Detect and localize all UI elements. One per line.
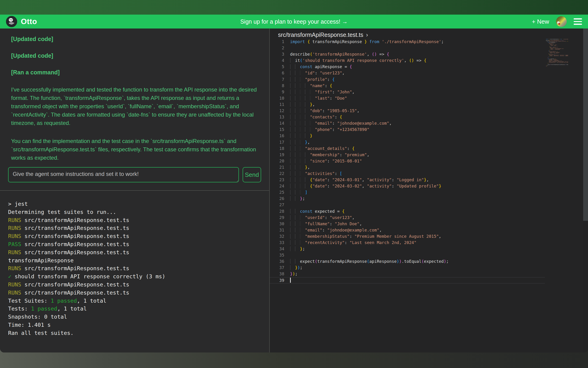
terminal-line: RUNS src/transformApiResponse.test.ts [8,281,269,289]
line-number: 23 [270,177,290,183]
brand: Otto [6,16,37,27]
code-line: 34 }; [270,246,588,252]
line-number: 21 [270,164,290,170]
line-number: 29 [270,214,290,221]
editor-breadcrumb: src/transformApiResponse.test.ts› [270,28,588,38]
line-number: 4 [270,57,290,64]
instruction-input[interactable] [8,167,239,182]
new-button[interactable]: + New [532,18,549,25]
editor-scrollbar[interactable] [583,28,588,352]
line-number: 18 [270,145,290,152]
code-line: 35 [270,252,588,258]
line-number: 22 [270,170,290,177]
chevron-right-icon: › [366,31,368,38]
terminal-line: RUNS src/transformApiResponse.test.ts [8,216,269,224]
code-line: 13 "contacts": { [270,114,588,120]
line-number: 28 [270,208,290,214]
code-line: 3describe('transformApiResponse', () => … [270,51,588,57]
send-button[interactable]: Send [243,167,261,182]
code-line: 19 "membership": "premium", [270,152,588,158]
terminal-line: RUNS src/transformApiResponse.test.ts [8,224,269,232]
line-number: 38 [270,271,290,277]
code-line: 14 "email": "johndoe@example.com", [270,120,588,126]
code-editor[interactable]: 1import { transformApiResponse } from '.… [270,38,588,283]
line-number: 13 [270,114,290,120]
line-number: 34 [270,246,290,252]
line-number: 35 [270,252,290,258]
code-line: 12 "dob": "1985-05-15", [270,108,588,114]
code-line: 31 "email": "johndoe@example.com", [270,227,588,233]
line-number: 15 [270,126,290,133]
terminal-line: Determining test suites to run... [8,208,269,216]
line-number: 9 [270,89,290,95]
line-number: 8 [270,83,290,89]
line-number: 12 [270,108,290,114]
code-line: 27 [270,202,588,208]
line-number: 7 [270,76,290,83]
terminal-line: Time: 1.401 s [8,321,269,329]
app-title: Otto [21,17,37,26]
code-line: 20 "since": "2015-08-01" [270,158,588,164]
code-line: 16 } [270,133,588,139]
line-number: 33 [270,239,290,246]
code-line: 1import { transformApiResponse } from '.… [270,38,588,45]
line-number: 26 [270,195,290,202]
line-number: 10 [270,95,290,101]
code-line: 24 {"date": "2024-03-02", "activity": "U… [270,183,588,189]
code-line: 36 expect(transformApiResponse(apiRespon… [270,258,588,264]
chat-event: [Ran a command] [11,69,261,76]
code-line: 21 }, [270,164,588,170]
terminal-line: RUNS src/transformApiResponse.test.ts [8,232,269,240]
avatar[interactable] [556,16,567,27]
line-number: 16 [270,133,290,139]
code-line: 39 [270,277,545,283]
code-line: 32 "membershipStatus": "Premium Member s… [270,233,588,239]
code-line: 33 "recentActivity": "Last seen March 2n… [270,239,588,246]
code-line: 25 ] [270,189,588,195]
chat-event: [Updated code] [11,36,261,42]
code-line: 17 }, [270,139,588,145]
line-number: 27 [270,202,290,208]
main-content: [Updated code] [Updated code] [Ran a com… [0,28,588,352]
terminal-output: > jestDetermining test suites to run...R… [0,191,269,352]
line-number: 20 [270,158,290,164]
code-line: 15 "phone": "+1234567890" [270,126,588,133]
app-window: Otto Sign up for a plan to keep your acc… [0,0,588,352]
terminal-line: Tests: 1 passed, 1 total [8,305,269,313]
sloth-logo-icon [6,16,17,27]
text-cursor [290,278,291,283]
line-number: 36 [270,258,290,264]
line-number: 2 [270,45,290,51]
code-line: 29 "userId": "user123", [270,214,588,221]
hamburger-menu-icon[interactable] [574,18,582,25]
terminal-line: Ran all test suites. [8,329,269,337]
signup-banner-link[interactable]: Sign up for a plan to keep your access! … [240,18,348,25]
left-panel: [Updated code] [Updated code] [Ran a com… [0,28,270,352]
line-number: 31 [270,227,290,233]
terminal-line: > jest [8,200,269,208]
code-line: 5 const apiResponse = { [270,64,588,70]
line-number: 5 [270,64,290,70]
chat-event: [Updated code] [11,52,261,59]
line-number: 30 [270,221,290,227]
terminal-line: PASS src/transformApiResponse.test.ts [8,240,269,248]
line-number: 11 [270,101,290,108]
desktop-menubar-strip [0,0,588,15]
code-line: 22 "activities": [ [270,170,588,177]
terminal-line: ✓ should transform API response correctl… [8,273,269,281]
line-number: 32 [270,233,290,239]
line-number: 24 [270,183,290,189]
code-line: 11 }, [270,101,588,108]
code-line: 26 }; [270,195,588,202]
assistant-message: You can find the implementation and the … [11,137,261,162]
chat-panel: [Updated code] [Updated code] [Ran a com… [0,28,269,191]
assistant-message: I've successfully implemented and tested… [11,85,261,127]
editor-minimap[interactable]: import { transformApiResponse } from './… [546,39,568,68]
scrollbar-thumb[interactable] [583,28,588,221]
code-line: 38}); [270,271,588,277]
line-number: 1 [270,38,290,45]
terminal-line: RUNS src/transformApiResponse.test.ts [8,264,269,273]
terminal-line: RUNS src/transformApiResponse.test.ts [8,248,269,257]
terminal-line: transformApiResponse [8,257,269,265]
code-line: 6 "id": "user123", [270,70,588,76]
